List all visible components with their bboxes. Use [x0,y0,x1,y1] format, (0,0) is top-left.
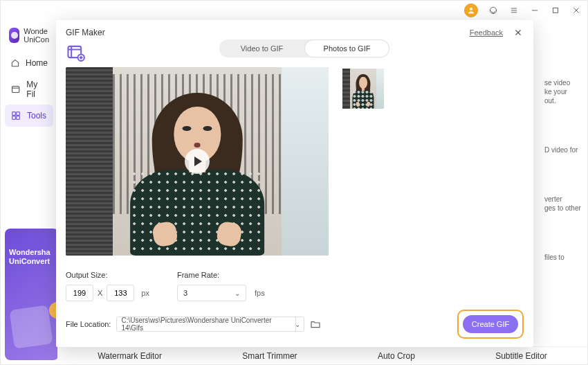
play-icon [194,157,202,166]
menu-icon[interactable] [508,5,520,16]
maximize-button[interactable] [550,5,561,16]
svg-rect-3 [12,87,19,93]
files-icon [10,84,21,95]
svg-rect-4 [12,112,16,116]
promo-text: WondershaUniConvert [9,248,56,266]
frame-rate-unit: fps [255,289,265,297]
frame-rate-group: Frame Rate: 3 ⌄ fps [177,271,265,301]
sidebar-item-tools[interactable]: Tools [5,105,53,127]
tool-smart-trimmer[interactable]: Smart Trimmer [242,351,297,361]
tool-watermark[interactable]: Watermark Editor [98,351,162,361]
size-unit: px [141,289,149,297]
background-hint-text: se video ke your out. D video for verter… [544,78,582,262]
add-media-button[interactable] [66,42,85,62]
close-button[interactable] [571,5,582,16]
window-titlebar [1,1,587,20]
height-input[interactable] [107,285,134,301]
file-location-dropdown[interactable]: ⌄ [291,317,304,332]
svg-rect-5 [17,112,20,116]
create-gif-button[interactable]: Create GIF [463,315,518,333]
bottom-tools-row: Watermark Editor Smart Trimmer Auto Crop… [57,346,587,364]
size-separator: X [98,289,102,297]
open-folder-button[interactable] [310,319,321,330]
sidebar-item-files[interactable]: My Fil [5,74,53,105]
svg-rect-7 [17,116,20,120]
file-location-label: File Location: [66,320,111,328]
frame-rate-label: Frame Rate: [177,271,265,279]
modal-close-button[interactable] [513,27,524,38]
svg-point-0 [470,8,472,10]
create-gif-highlight: Create GIF [457,310,524,339]
home-icon [10,57,20,69]
support-icon[interactable] [488,5,499,16]
promo-card[interactable]: WondershaUniConvert [5,229,59,360]
feedback-link[interactable]: Feedback [470,28,503,37]
modal-title: GIF Maker [66,28,105,37]
output-size-group: Output Size: X px [66,271,149,301]
app-brand: WondeUniCon [5,24,53,52]
gif-maker-modal: GIF Maker Feedback Video to GIF Photos t… [56,20,533,347]
preview-pane [66,67,329,256]
app-name: WondeUniCon [24,27,49,44]
account-avatar[interactable] [464,3,478,17]
mode-tab-switch: Video to GIF Photos to GIF [219,39,389,57]
output-size-label: Output Size: [66,271,149,279]
thumbnail-list [342,67,524,256]
sidebar: WondeUniCon Home My Fil Tools WondershaU… [1,20,57,364]
tool-subtitle-editor[interactable]: Subtitle Editor [495,351,547,361]
frame-rate-value: 3 [183,289,187,297]
app-logo-icon [9,28,19,43]
tools-icon [10,110,21,121]
file-location-input[interactable]: C:\Users\ws\Pictures\Wondershare UniConv… [116,317,296,332]
minimize-button[interactable] [529,5,540,16]
svg-rect-6 [12,116,16,120]
tool-auto-crop[interactable]: Auto Crop [378,351,415,361]
sidebar-item-home[interactable]: Home [5,52,53,74]
svg-rect-2 [553,8,558,13]
sidebar-item-label: Tools [27,111,46,121]
frame-rate-select[interactable]: 3 ⌄ [177,285,246,301]
tab-photos-to-gif[interactable]: Photos to GIF [304,39,389,57]
sidebar-item-label: My Fil [26,80,48,99]
tab-video-to-gif[interactable]: Video to GIF [219,39,304,57]
chevron-down-icon: ⌄ [235,290,240,297]
play-button[interactable] [185,149,210,174]
sidebar-item-label: Home [26,58,48,68]
width-input[interactable] [66,285,93,301]
thumbnail-item[interactable] [342,69,384,109]
